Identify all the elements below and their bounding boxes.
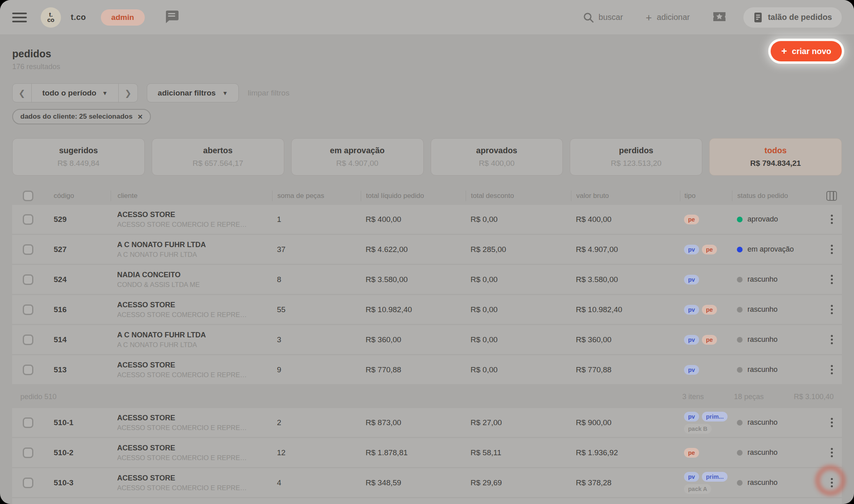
client-cell[interactable]: ACESSO STOREACESSO STORE COMERCIO E REPR… (111, 474, 272, 492)
type-tags-cell: pe (680, 215, 732, 224)
tag-pv[interactable]: pv (684, 412, 699, 421)
header-cliente[interactable]: cliente (111, 191, 272, 201)
row-checkbox[interactable] (23, 365, 33, 375)
row-checkbox-cell (12, 304, 38, 315)
header-total-desconto[interactable]: total desconto (466, 191, 571, 201)
row-checkbox[interactable] (23, 478, 33, 488)
card-perdidos[interactable]: perdidos R$ 123.513,20 (570, 138, 702, 176)
tag-pack[interactable]: pack B (684, 424, 712, 434)
tag-pe[interactable]: pe (702, 305, 717, 315)
kebab-menu-icon[interactable] (828, 212, 835, 226)
client-cell[interactable]: ACESSO STOREACESSO STORE COMERCIO E REPR… (111, 211, 272, 228)
page-header: pedidos 176 resultados + criar novo (0, 35, 854, 71)
order-code-cell[interactable]: 529 (38, 215, 111, 224)
tag-pe[interactable]: pe (684, 215, 699, 224)
tag-pack[interactable]: pack A (684, 484, 711, 494)
order-code-cell[interactable]: 513 (38, 365, 111, 374)
kebab-menu-icon[interactable] (828, 302, 835, 317)
tag-pv[interactable]: pv (684, 245, 699, 254)
tag-pv[interactable]: pv (684, 472, 699, 482)
card-aprovados[interactable]: aprovados R$ 400,00 (431, 138, 563, 176)
row-actions-cell (821, 272, 842, 287)
chat-icon[interactable] (164, 10, 179, 25)
period-prev-button[interactable]: ❮ (13, 84, 31, 102)
kebab-menu-icon[interactable] (828, 476, 835, 490)
clear-filters-link[interactable]: limpar filtros (248, 89, 289, 98)
ticket-icon[interactable] (712, 11, 726, 24)
header-total-liquido[interactable]: total líquido pedido (361, 191, 466, 201)
period-next-button[interactable]: ❯ (119, 84, 137, 102)
client-cell[interactable]: ACESSO STOREACESSO STORE COMERCIO E REPR… (111, 444, 272, 462)
tag-pe[interactable]: pe (702, 335, 717, 345)
discount-value: R$ 0,00 (471, 365, 498, 374)
order-code-cell[interactable]: 516 (38, 305, 111, 314)
select-all-checkbox[interactable] (23, 191, 33, 201)
order-code-cell[interactable]: 527 (38, 245, 111, 254)
tag-prim[interactable]: prim... (702, 472, 728, 482)
order-code-cell[interactable]: 510-1 (38, 418, 111, 427)
brand-logo[interactable]: t. co (41, 7, 61, 28)
row-checkbox[interactable] (23, 417, 33, 428)
filter-chip[interactable]: dados do cliente: 25 selecionados ✕ (12, 109, 151, 124)
row-checkbox[interactable] (23, 304, 33, 315)
kebab-menu-icon[interactable] (828, 242, 835, 256)
order-code-cell[interactable]: 524 (38, 275, 111, 284)
card-abertos[interactable]: abertos R$ 657.564,17 (152, 138, 284, 176)
client-subtitle: ACESSO STORE COMERCIO E REPRE… (117, 484, 267, 492)
card-label: aprovados (476, 146, 517, 155)
menu-icon[interactable] (12, 13, 27, 22)
card-todos[interactable]: todos R$ 794.834,21 (709, 138, 842, 176)
order-code-cell[interactable]: 510-3 (38, 478, 111, 487)
period-dropdown[interactable]: todo o período ▼ (31, 84, 119, 102)
tag-pv[interactable]: pv (684, 365, 699, 375)
client-cell[interactable]: ACESSO STOREACESSO STORE COMERCIO E REPR… (111, 414, 272, 432)
header-tipo[interactable]: tipo (680, 191, 732, 201)
client-cell[interactable]: ACESSO STOREACESSO STORE COMERCIO E REPR… (111, 361, 272, 379)
row-checkbox[interactable] (23, 214, 33, 225)
tag-prim[interactable]: prim... (702, 412, 728, 421)
row-actions-cell (821, 363, 842, 377)
chevron-down-icon: ▼ (222, 90, 228, 96)
close-icon[interactable]: ✕ (137, 113, 143, 121)
header-codigo[interactable]: código (38, 192, 111, 200)
search-button[interactable]: buscar (583, 12, 623, 23)
tag-pv[interactable]: pv (684, 275, 699, 285)
create-new-button[interactable]: + criar novo (771, 41, 842, 61)
columns-settings-icon[interactable] (826, 191, 837, 201)
discount-value-cell: R$ 29,69 (466, 478, 571, 487)
add-filters-dropdown[interactable]: adicionar filtros ▼ (147, 83, 239, 102)
row-checkbox[interactable] (23, 244, 33, 255)
header-valor-bruto[interactable]: valor bruto (571, 191, 680, 201)
status-dot (737, 217, 743, 222)
tag-pv[interactable]: pv (684, 305, 699, 315)
tag-pv[interactable]: pv (684, 335, 699, 345)
order-code-cell[interactable]: 514 (38, 335, 111, 344)
header-soma-de-pecas[interactable]: soma de peças (272, 191, 361, 201)
search-icon (583, 12, 594, 23)
row-checkbox[interactable] (23, 274, 33, 285)
tag-pe[interactable]: pe (684, 448, 699, 458)
kebab-menu-icon[interactable] (828, 332, 835, 347)
kebab-menu-icon[interactable] (828, 363, 835, 377)
card-em-aprovacao[interactable]: em aprovação R$ 4.907,00 (291, 138, 424, 176)
add-button[interactable]: + adicionar (646, 12, 690, 23)
client-cell[interactable]: ACESSO STOREACESSO STORE COMERCIO E REPR… (111, 301, 272, 319)
tag-pe[interactable]: pe (702, 245, 717, 254)
tag-line: pv (684, 365, 727, 375)
kebab-menu-icon[interactable] (828, 415, 835, 430)
row-checkbox[interactable] (23, 448, 33, 458)
client-cell[interactable]: A C NONATO FUHR LTDAA C NONATO FUHR LTDA (111, 241, 272, 259)
client-cell[interactable]: NADIA CONCEITOCONDO & ASSIS LTDA ME (111, 271, 272, 289)
admin-badge[interactable]: admin (101, 9, 145, 26)
order-pad-button[interactable]: talão de pedidos (743, 7, 842, 28)
header-status[interactable]: status do pedido (732, 191, 821, 201)
card-sugeridos[interactable]: sugeridos R$ 8.449,84 (12, 138, 145, 176)
order-code-cell[interactable]: 510-2 (38, 448, 111, 457)
client-cell[interactable]: A C NONATO FUHR LTDAA C NONATO FUHR LTDA (111, 331, 272, 349)
tag-line: pv (684, 275, 727, 285)
client-subtitle: ACESSO STORE COMERCIO E REPRE… (117, 454, 267, 462)
kebab-menu-icon[interactable] (828, 272, 835, 287)
row-checkbox[interactable] (23, 335, 33, 345)
kebab-menu-icon[interactable] (828, 445, 835, 460)
net-total-value: R$ 873,00 (366, 418, 401, 427)
